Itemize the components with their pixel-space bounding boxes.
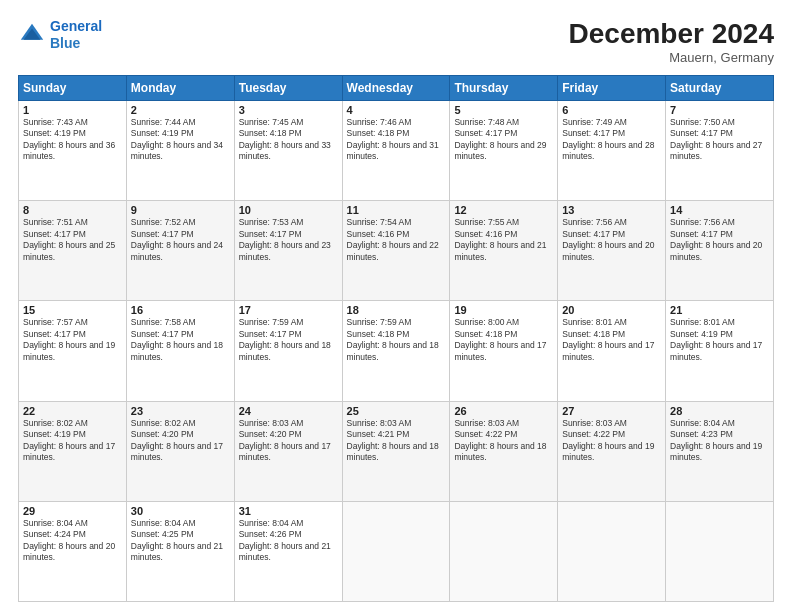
day-cell: 12 Sunrise: 7:55 AM Sunset: 4:16 PM Dayl…	[450, 201, 558, 301]
day-info: Sunrise: 8:04 AM Sunset: 4:23 PM Dayligh…	[670, 418, 769, 464]
day-info: Sunrise: 8:02 AM Sunset: 4:19 PM Dayligh…	[23, 418, 122, 464]
week-row-1: 1 Sunrise: 7:43 AM Sunset: 4:19 PM Dayli…	[19, 101, 774, 201]
day-header-wednesday: Wednesday	[342, 76, 450, 101]
day-info: Sunrise: 7:57 AM Sunset: 4:17 PM Dayligh…	[23, 317, 122, 363]
day-cell: 28 Sunrise: 8:04 AM Sunset: 4:23 PM Dayl…	[666, 401, 774, 501]
day-number: 17	[239, 304, 338, 316]
day-cell: 14 Sunrise: 7:56 AM Sunset: 4:17 PM Dayl…	[666, 201, 774, 301]
day-number: 31	[239, 505, 338, 517]
day-info: Sunrise: 8:04 AM Sunset: 4:24 PM Dayligh…	[23, 518, 122, 564]
day-info: Sunrise: 7:49 AM Sunset: 4:17 PM Dayligh…	[562, 117, 661, 163]
day-info: Sunrise: 7:53 AM Sunset: 4:17 PM Dayligh…	[239, 217, 338, 263]
day-cell: 20 Sunrise: 8:01 AM Sunset: 4:18 PM Dayl…	[558, 301, 666, 401]
day-number: 13	[562, 204, 661, 216]
day-cell: 3 Sunrise: 7:45 AM Sunset: 4:18 PM Dayli…	[234, 101, 342, 201]
day-number: 9	[131, 204, 230, 216]
day-cell: 8 Sunrise: 7:51 AM Sunset: 4:17 PM Dayli…	[19, 201, 127, 301]
day-number: 26	[454, 405, 553, 417]
day-info: Sunrise: 8:01 AM Sunset: 4:18 PM Dayligh…	[562, 317, 661, 363]
day-cell: 25 Sunrise: 8:03 AM Sunset: 4:21 PM Dayl…	[342, 401, 450, 501]
day-number: 7	[670, 104, 769, 116]
day-cell: 16 Sunrise: 7:58 AM Sunset: 4:17 PM Dayl…	[126, 301, 234, 401]
day-info: Sunrise: 7:45 AM Sunset: 4:18 PM Dayligh…	[239, 117, 338, 163]
day-cell: 1 Sunrise: 7:43 AM Sunset: 4:19 PM Dayli…	[19, 101, 127, 201]
day-cell: 15 Sunrise: 7:57 AM Sunset: 4:17 PM Dayl…	[19, 301, 127, 401]
day-cell: 29 Sunrise: 8:04 AM Sunset: 4:24 PM Dayl…	[19, 501, 127, 601]
day-info: Sunrise: 8:03 AM Sunset: 4:22 PM Dayligh…	[454, 418, 553, 464]
day-info: Sunrise: 7:59 AM Sunset: 4:17 PM Dayligh…	[239, 317, 338, 363]
day-info: Sunrise: 7:50 AM Sunset: 4:17 PM Dayligh…	[670, 117, 769, 163]
day-info: Sunrise: 7:43 AM Sunset: 4:19 PM Dayligh…	[23, 117, 122, 163]
day-number: 23	[131, 405, 230, 417]
day-cell: 10 Sunrise: 7:53 AM Sunset: 4:17 PM Dayl…	[234, 201, 342, 301]
week-row-5: 29 Sunrise: 8:04 AM Sunset: 4:24 PM Dayl…	[19, 501, 774, 601]
day-number: 20	[562, 304, 661, 316]
day-info: Sunrise: 8:03 AM Sunset: 4:22 PM Dayligh…	[562, 418, 661, 464]
day-number: 5	[454, 104, 553, 116]
day-number: 14	[670, 204, 769, 216]
day-number: 22	[23, 405, 122, 417]
day-cell: 9 Sunrise: 7:52 AM Sunset: 4:17 PM Dayli…	[126, 201, 234, 301]
days-header-row: SundayMondayTuesdayWednesdayThursdayFrid…	[19, 76, 774, 101]
day-header-thursday: Thursday	[450, 76, 558, 101]
day-info: Sunrise: 8:00 AM Sunset: 4:18 PM Dayligh…	[454, 317, 553, 363]
day-number: 27	[562, 405, 661, 417]
day-info: Sunrise: 8:03 AM Sunset: 4:20 PM Dayligh…	[239, 418, 338, 464]
day-cell	[450, 501, 558, 601]
day-info: Sunrise: 8:01 AM Sunset: 4:19 PM Dayligh…	[670, 317, 769, 363]
day-number: 11	[347, 204, 446, 216]
day-number: 3	[239, 104, 338, 116]
day-info: Sunrise: 7:46 AM Sunset: 4:18 PM Dayligh…	[347, 117, 446, 163]
day-cell: 7 Sunrise: 7:50 AM Sunset: 4:17 PM Dayli…	[666, 101, 774, 201]
day-number: 28	[670, 405, 769, 417]
day-info: Sunrise: 7:56 AM Sunset: 4:17 PM Dayligh…	[670, 217, 769, 263]
day-info: Sunrise: 7:54 AM Sunset: 4:16 PM Dayligh…	[347, 217, 446, 263]
day-cell: 18 Sunrise: 7:59 AM Sunset: 4:18 PM Dayl…	[342, 301, 450, 401]
day-cell: 23 Sunrise: 8:02 AM Sunset: 4:20 PM Dayl…	[126, 401, 234, 501]
day-cell: 30 Sunrise: 8:04 AM Sunset: 4:25 PM Dayl…	[126, 501, 234, 601]
day-number: 15	[23, 304, 122, 316]
day-cell: 17 Sunrise: 7:59 AM Sunset: 4:17 PM Dayl…	[234, 301, 342, 401]
day-cell: 4 Sunrise: 7:46 AM Sunset: 4:18 PM Dayli…	[342, 101, 450, 201]
logo-text: General Blue	[50, 18, 102, 52]
day-header-friday: Friday	[558, 76, 666, 101]
day-info: Sunrise: 7:51 AM Sunset: 4:17 PM Dayligh…	[23, 217, 122, 263]
day-cell: 22 Sunrise: 8:02 AM Sunset: 4:19 PM Dayl…	[19, 401, 127, 501]
title-area: December 2024 Mauern, Germany	[569, 18, 774, 65]
day-info: Sunrise: 7:56 AM Sunset: 4:17 PM Dayligh…	[562, 217, 661, 263]
day-cell: 5 Sunrise: 7:48 AM Sunset: 4:17 PM Dayli…	[450, 101, 558, 201]
day-number: 24	[239, 405, 338, 417]
day-cell: 26 Sunrise: 8:03 AM Sunset: 4:22 PM Dayl…	[450, 401, 558, 501]
day-number: 21	[670, 304, 769, 316]
day-info: Sunrise: 7:59 AM Sunset: 4:18 PM Dayligh…	[347, 317, 446, 363]
calendar-table: SundayMondayTuesdayWednesdayThursdayFrid…	[18, 75, 774, 602]
day-number: 1	[23, 104, 122, 116]
day-info: Sunrise: 8:03 AM Sunset: 4:21 PM Dayligh…	[347, 418, 446, 464]
day-header-saturday: Saturday	[666, 76, 774, 101]
page: General Blue December 2024 Mauern, Germa…	[0, 0, 792, 612]
day-number: 4	[347, 104, 446, 116]
day-cell: 11 Sunrise: 7:54 AM Sunset: 4:16 PM Dayl…	[342, 201, 450, 301]
day-info: Sunrise: 8:04 AM Sunset: 4:26 PM Dayligh…	[239, 518, 338, 564]
week-row-2: 8 Sunrise: 7:51 AM Sunset: 4:17 PM Dayli…	[19, 201, 774, 301]
day-number: 30	[131, 505, 230, 517]
logo-icon	[18, 21, 46, 49]
day-cell: 19 Sunrise: 8:00 AM Sunset: 4:18 PM Dayl…	[450, 301, 558, 401]
logo: General Blue	[18, 18, 102, 52]
day-number: 8	[23, 204, 122, 216]
day-cell	[342, 501, 450, 601]
day-number: 25	[347, 405, 446, 417]
day-info: Sunrise: 8:02 AM Sunset: 4:20 PM Dayligh…	[131, 418, 230, 464]
day-number: 6	[562, 104, 661, 116]
day-header-tuesday: Tuesday	[234, 76, 342, 101]
day-info: Sunrise: 7:48 AM Sunset: 4:17 PM Dayligh…	[454, 117, 553, 163]
day-cell: 2 Sunrise: 7:44 AM Sunset: 4:19 PM Dayli…	[126, 101, 234, 201]
day-cell: 31 Sunrise: 8:04 AM Sunset: 4:26 PM Dayl…	[234, 501, 342, 601]
day-info: Sunrise: 7:52 AM Sunset: 4:17 PM Dayligh…	[131, 217, 230, 263]
day-header-sunday: Sunday	[19, 76, 127, 101]
day-cell: 24 Sunrise: 8:03 AM Sunset: 4:20 PM Dayl…	[234, 401, 342, 501]
day-number: 2	[131, 104, 230, 116]
month-title: December 2024	[569, 18, 774, 50]
week-row-3: 15 Sunrise: 7:57 AM Sunset: 4:17 PM Dayl…	[19, 301, 774, 401]
day-cell: 21 Sunrise: 8:01 AM Sunset: 4:19 PM Dayl…	[666, 301, 774, 401]
